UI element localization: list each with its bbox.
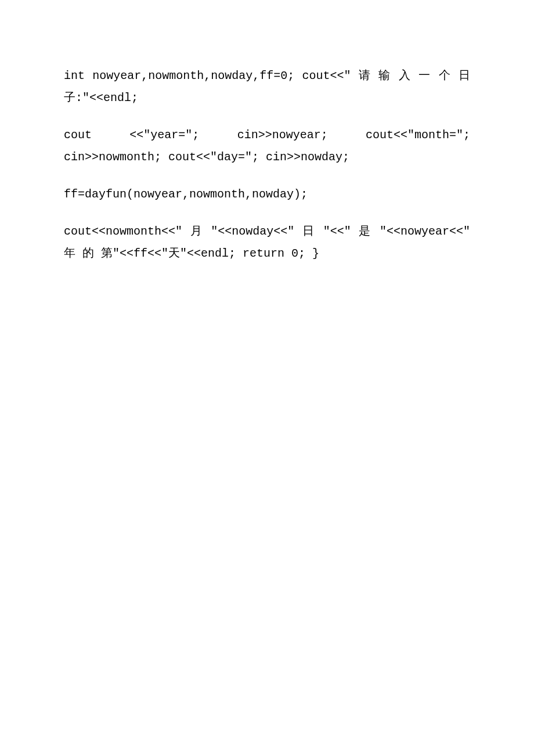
document-page: int nowyear,nowmonth,nowday,ff=0; cout<<…	[0, 0, 534, 756]
code-paragraph-1: int nowyear,nowmonth,nowday,ff=0; cout<<…	[64, 65, 470, 109]
code-paragraph-4: cout<<nowmonth<<" 月 "<<nowday<<" 日 "<<" …	[64, 221, 470, 265]
code-paragraph-2: cout <<"year="; cin>>nowyear; cout<<"mon…	[64, 124, 470, 168]
code-paragraph-3: ff=dayfun(nowyear,nowmonth,nowday);	[64, 183, 470, 206]
